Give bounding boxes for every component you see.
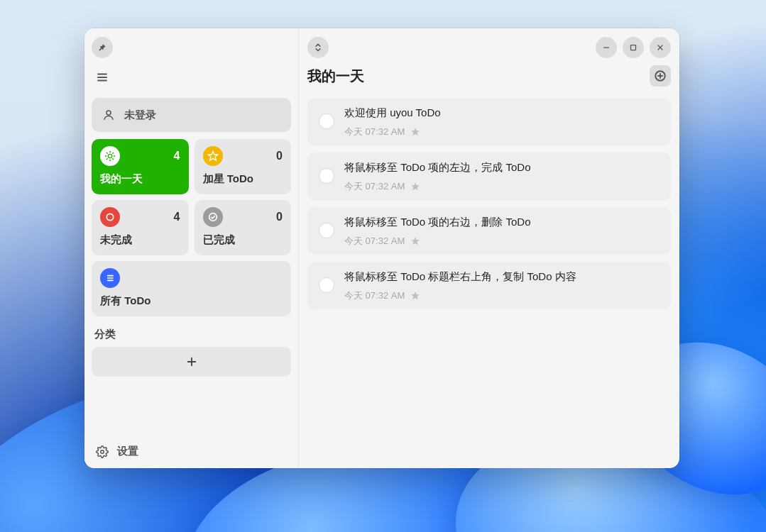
svg-point-21 <box>101 450 104 453</box>
category-section-label: 分类 <box>94 328 288 341</box>
settings-label: 设置 <box>117 445 138 458</box>
minus-icon <box>602 43 611 52</box>
settings-button[interactable]: 设置 <box>92 439 291 461</box>
svg-line-9 <box>106 153 107 153</box>
sidebar-card-my-day[interactable]: 4 我的一天 <box>92 139 189 194</box>
close-icon <box>656 43 664 52</box>
todo-time: 今天 07:32 AM <box>344 235 405 248</box>
card-label: 所有 ToDo <box>100 294 283 308</box>
todo-list: 欢迎使用 uyou ToDo 今天 07:32 AM 将鼠标移至 ToDo 项的… <box>307 98 671 309</box>
card-label: 加星 ToDo <box>203 172 283 186</box>
star-icon[interactable] <box>410 127 420 137</box>
minimize-button[interactable] <box>596 37 617 58</box>
svg-marker-13 <box>208 151 217 160</box>
todo-checkbox[interactable] <box>319 168 334 184</box>
gear-icon <box>96 445 109 458</box>
star-icon[interactable] <box>410 236 420 246</box>
chevrons-vertical-icon <box>313 43 323 52</box>
todo-item[interactable]: 将鼠标移至 ToDo 项的左边，完成 ToDo 今天 07:32 AM <box>307 153 671 200</box>
todo-checkbox[interactable] <box>319 113 334 129</box>
add-todo-button[interactable] <box>650 65 671 87</box>
maximize-button[interactable] <box>623 37 644 58</box>
card-count: 0 <box>276 150 283 162</box>
list-icon <box>100 268 120 288</box>
todo-title: 欢迎使用 uyou ToDo <box>344 106 660 120</box>
main-pane: 我的一天 欢迎使用 uyou ToDo 今天 07:32 AM <box>299 28 679 468</box>
expand-button[interactable] <box>307 37 329 58</box>
todo-item[interactable]: 欢迎使用 uyou ToDo 今天 07:32 AM <box>307 98 671 145</box>
todo-checkbox[interactable] <box>319 223 334 238</box>
pin-button[interactable] <box>92 37 113 58</box>
sidebar: 未登录 4 我的一天 0 加星 ToDo <box>84 28 299 468</box>
star-icon <box>203 146 223 166</box>
user-icon <box>102 108 116 122</box>
add-category-button[interactable] <box>92 347 291 377</box>
login-row[interactable]: 未登录 <box>92 98 291 132</box>
plus-icon <box>185 355 198 368</box>
card-count: 4 <box>174 211 180 223</box>
todo-checkbox[interactable] <box>319 277 334 293</box>
svg-line-12 <box>113 153 114 153</box>
app-window: 未登录 4 我的一天 0 加星 ToDo <box>84 28 679 468</box>
svg-line-11 <box>106 159 107 160</box>
main-header: 我的一天 <box>307 65 671 87</box>
sidebar-cards: 4 我的一天 0 加星 ToDo 4 <box>92 139 291 316</box>
close-button[interactable] <box>650 37 671 58</box>
sun-icon <box>100 146 120 166</box>
sidebar-card-uncompleted[interactable]: 4 未完成 <box>92 200 189 255</box>
star-icon[interactable] <box>410 182 420 192</box>
plus-circle-icon <box>654 70 667 82</box>
todo-title: 将鼠标移至 ToDo 项的右边，删除 ToDo <box>344 216 660 229</box>
card-label: 已完成 <box>203 233 283 247</box>
todo-item[interactable]: 将鼠标移至 ToDo 项的右边，删除 ToDo 今天 07:32 AM <box>307 207 671 255</box>
todo-time: 今天 07:32 AM <box>344 289 405 302</box>
star-icon[interactable] <box>410 291 420 301</box>
sidebar-card-starred[interactable]: 0 加星 ToDo <box>195 139 292 194</box>
card-label: 我的一天 <box>100 172 180 186</box>
login-label: 未登录 <box>124 109 156 122</box>
svg-marker-31 <box>411 237 420 245</box>
hamburger-icon <box>96 71 109 84</box>
todo-title: 将鼠标移至 ToDo 项的左边，完成 ToDo <box>344 161 660 174</box>
square-icon <box>629 43 638 52</box>
sidebar-topbar <box>92 35 291 60</box>
pin-icon <box>97 43 107 52</box>
todo-time: 今天 07:32 AM <box>344 180 405 193</box>
svg-point-4 <box>108 154 111 157</box>
svg-marker-30 <box>411 182 420 190</box>
page-title: 我的一天 <box>307 67 364 86</box>
window-controls <box>596 37 671 58</box>
menu-button[interactable] <box>92 67 113 88</box>
card-count: 4 <box>174 150 180 162</box>
svg-point-14 <box>106 214 113 220</box>
svg-rect-23 <box>631 45 636 50</box>
svg-point-3 <box>106 111 111 115</box>
card-count: 0 <box>276 211 283 223</box>
main-topbar <box>307 35 671 60</box>
todo-title: 将鼠标移至 ToDo 标题栏右上角，复制 ToDo 内容 <box>344 270 660 284</box>
svg-line-10 <box>113 159 114 160</box>
svg-marker-32 <box>411 292 420 299</box>
sidebar-card-all[interactable]: 所有 ToDo <box>92 261 291 316</box>
check-circle-icon <box>203 207 223 227</box>
circle-icon <box>100 207 120 227</box>
todo-item[interactable]: 将鼠标移至 ToDo 标题栏右上角，复制 ToDo 内容 今天 07:32 AM <box>307 262 671 309</box>
card-label: 未完成 <box>100 233 180 247</box>
todo-time: 今天 07:32 AM <box>344 126 405 138</box>
svg-marker-29 <box>411 128 420 135</box>
sidebar-card-completed[interactable]: 0 已完成 <box>195 200 292 255</box>
